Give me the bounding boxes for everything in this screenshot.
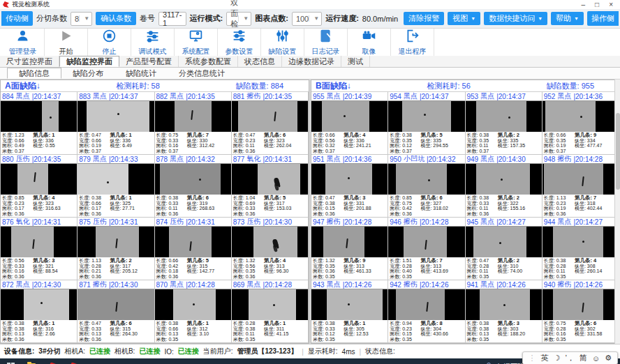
log-icon [318, 29, 333, 46]
action-system-button[interactable]: 系统配置 [175, 29, 218, 56]
defect-cell[interactable]: 946 擦伤 |20:14:28 长度: 1.51 宽度: 0.28 面积: 0… [388, 218, 465, 280]
tab-6[interactable]: 测试 [341, 56, 370, 67]
help-menu-button[interactable]: 帮助▼ [551, 12, 584, 25]
maximize-button[interactable]: □ [595, 1, 599, 8]
defect-cell[interactable]: 952 黑点 |20:14:36 长度: 0.66 宽度: 0.35 面积: 0… [542, 92, 619, 155]
action-debug-button[interactable]: 调试模式 [131, 29, 175, 56]
chart-points-select[interactable]: 100▼ [292, 12, 322, 26]
subtab-2[interactable]: 缺陷统计 [115, 68, 168, 79]
tab-3[interactable]: 系统参数配置 [179, 56, 238, 67]
defect-cell[interactable]: 943 黑点 |20:14:26 长度: 0.38 宽度: 0.33 面积: 0… [311, 280, 388, 343]
defect-cell[interactable]: 879 黑点 |20:14:33 长度: 0.38 宽度: 0.66 面积: 0… [78, 155, 154, 218]
run-mode-select[interactable]: 双面检测▼ [226, 12, 251, 26]
defect-cell[interactable]: 941 黑点 |20:14:26 长度: 0.38 宽度: 0.38 面积: 0… [466, 280, 542, 343]
defect-cell[interactable]: 876 氧化 |20:14:31 长度: 0.56 宽度: 0.33 面积: 0… [1, 218, 78, 280]
chevron-down-icon: ▼ [79, 15, 89, 22]
defect-cell[interactable]: 942 擦伤 |20:14:26 长度: 0.94 宽度: 0.23 面积: 0… [388, 280, 465, 343]
defect-cell[interactable]: 947 擦伤 |20:14:28 长度: 1.32 宽度: 0.35 面积: 0… [311, 218, 388, 280]
defect-cell[interactable]: 873 压伤 |20:14:30 长度: 1.32 宽度: 0.56 面积: 0… [232, 218, 309, 280]
inspection-app-task-1[interactable] [42, 358, 63, 364]
ime-settings-icon[interactable]: ⚙ [605, 354, 612, 363]
roll-number-input[interactable]: 3117-1 [158, 12, 186, 26]
ime-language-bar[interactable]: ⋮ 英 ☽ ’， 简 ☺ ⚙ [522, 351, 618, 364]
drive-side-button[interactable]: 传动侧 [1, 11, 33, 26]
defect-time: |20:14:37 [109, 93, 138, 100]
defect-cell[interactable]: 948 擦伤 |20:14:28 长度: 1.13 宽度: 0.23 面积: 0… [542, 155, 619, 218]
subtab-1[interactable]: 缺陷分布 [61, 68, 115, 79]
ime-grip-handle[interactable]: ⋮ [529, 354, 536, 363]
meters-value: 0.35 [402, 274, 412, 279]
defect-cell[interactable]: 874 压伤 |20:14:31 长度: 0.66 宽度: 0.42 面积: 0… [155, 218, 232, 280]
defect-cell[interactable]: 870 黑点 |20:14:28 长度: 0.38 宽度: 0.66 面积: 0… [155, 280, 232, 343]
minimize-button[interactable]: – [582, 1, 586, 8]
vertical-scrollbar[interactable] [614, 79, 620, 344]
defect-cell[interactable]: 869 黑点 |20:14:28 长度: 0.28 宽度: 0.38 面积: 0… [232, 280, 309, 343]
ycoord-label: 纵坐: [110, 138, 121, 143]
action-defect-button[interactable]: 缺陷设置 [261, 29, 304, 56]
action-user-button[interactable]: 管理登录 [1, 29, 45, 56]
start-button[interactable] [0, 358, 21, 364]
close-button[interactable]: × [609, 1, 613, 8]
ime-fullwidth-icon[interactable]: ☽ [554, 354, 561, 363]
defect-cell[interactable]: 944 黑点 |20:14:27 长度: 0.38 宽度: 0.28 面积: 0… [542, 218, 619, 280]
tab-5[interactable]: 边缘数据记录 [282, 56, 341, 67]
defect-cell[interactable]: 949 黑点 |20:14:30 长度: 0.38 宽度: 0.33 面积: 0… [466, 155, 542, 218]
defect-cell[interactable]: 882 黑点 |20:14:35 长度: 0.75 宽度: 0.33 面积: 0… [155, 92, 232, 155]
xcoord-value: 41.15 [276, 331, 289, 336]
file-explorer-button[interactable] [21, 358, 42, 364]
action-log-button[interactable]: 日志记录 [304, 29, 348, 56]
ime-emoji-icon[interactable]: ☺ [592, 354, 600, 363]
defect-cell[interactable]: 945 黑点 |20:14:27 长度: 0.47 宽度: 0.28 面积: 0… [466, 218, 542, 280]
operator-side-button[interactable]: 操作侧 [587, 11, 619, 26]
defect-cell[interactable]: 951 黑点 |20:14:36 长度: 0.47 宽度: 0.38 面积: 0… [311, 155, 388, 218]
tab-0[interactable]: 尺寸监控界面 [0, 56, 59, 67]
ime-punctuation-icon[interactable]: ’， [565, 353, 574, 363]
defect-cell[interactable]: 877 氧化 |20:14:31 长度: 1.04 宽度: 0.69 面积: 0… [232, 155, 309, 218]
ime-lang-toggle[interactable]: 英 [541, 353, 549, 363]
action-play-button[interactable]: 开始 [45, 29, 88, 56]
area-label: 面积: [390, 143, 401, 148]
defect-mark [424, 114, 426, 116]
defect-cell[interactable]: 884 黑点 |20:14:37 长度: 1.23 宽度: 0.66 面积: 0… [1, 92, 78, 155]
defect-cell[interactable]: 880 压伤 |20:14:35 长度: 0.85 宽度: 0.23 面积: 0… [1, 155, 78, 218]
defect-cell[interactable]: 950 小凹坑 |20:14:32 长度: 0.85 宽度: 0.75 面积: … [388, 155, 465, 218]
defect-cell[interactable]: 955 黑点 |20:14:39 长度: 0.66 宽度: 0.56 面积: 0… [311, 92, 388, 155]
length-value: 0.38 [479, 321, 489, 326]
subtab-0[interactable]: 缺陷信息 [7, 68, 61, 79]
defect-cell[interactable]: 872 黑点 |20:14:30 长度: 0.38 宽度: 0.38 面积: 0… [1, 280, 78, 343]
display-time-label: 显示耗时: [308, 347, 338, 356]
clear-alarm-button[interactable]: 清除报警 [404, 12, 444, 25]
area-value: 0.11 [168, 206, 177, 211]
length-value: 1.51 [402, 258, 412, 263]
data-quick-access-menu-button[interactable]: 数据快捷访问▼ [484, 12, 547, 25]
defect-cell[interactable]: 871 擦伤 |20:14:30 长度: 0.47 宽度: 0.33 面积: 0… [78, 280, 154, 343]
view-menu-button[interactable]: 视图▼ [448, 12, 480, 25]
ime-simplified-toggle[interactable]: 简 [580, 353, 587, 363]
subtab-3[interactable]: 分类信息统计 [168, 68, 236, 79]
xcoord-value: 201.88 [356, 206, 371, 211]
defect-cell[interactable]: 881 擦伤 |20:14:35 长度: 0.47 宽度: 0.23 面积: 0… [232, 92, 309, 155]
length-value: 0.85 [402, 195, 412, 200]
action-stop-button[interactable]: 停止 [88, 29, 131, 56]
action-capture-button[interactable]: 取像 [348, 29, 391, 56]
panel-title[interactable]: B面缺陷↓ [316, 80, 351, 92]
action-exit-button[interactable]: 退出程序 [391, 29, 434, 56]
tab-1[interactable]: 缺陷监控界面 [59, 56, 119, 67]
defect-cell[interactable]: 875 压伤 |20:14:31 长度: 1.13 宽度: 0.28 面积: 0… [78, 218, 154, 280]
defect-cell[interactable]: 878 黑点 |20:14:32 长度: 0.38 宽度: 0.33 面积: 0… [155, 155, 232, 218]
panel-title[interactable]: A面缺陷↓ [5, 80, 40, 92]
defect-cell[interactable]: 883 黑点 |20:14:37 长度: 0.47 宽度: 0.66 面积: 0… [78, 92, 154, 155]
weather-widget[interactable]: 气温下降 [496, 362, 524, 364]
area-value: 0.11 [246, 331, 255, 336]
confirm-count-button[interactable]: 确认条数 [96, 12, 136, 25]
inspection-app-task-2[interactable] [63, 358, 84, 364]
slit-count-select[interactable]: 8▼ [71, 12, 92, 26]
action-params-button[interactable]: 参数设置 [218, 29, 261, 56]
defect-cell[interactable]: 953 黑点 |20:14:37 长度: 0.38 宽度: 0.35 面积: 0… [466, 92, 542, 155]
defect-cell[interactable]: 940 擦伤 |20:14:26 长度: 0.75 宽度: 0.28 面积: 0… [542, 280, 619, 343]
width-label: 宽度: [233, 138, 244, 143]
scrollbar-thumb[interactable] [616, 113, 620, 190]
tab-2[interactable]: 产品型号配置 [119, 56, 179, 67]
defect-cell[interactable]: 954 黑点 |20:14:37 长度: 0.38 宽度: 0.35 面积: 0… [388, 92, 465, 155]
tab-4[interactable]: 状态信息 [238, 56, 282, 67]
